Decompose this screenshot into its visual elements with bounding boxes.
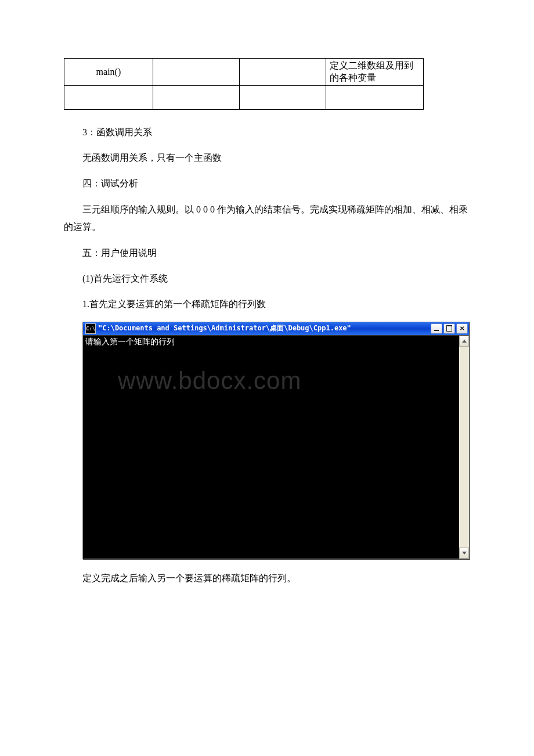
maximize-button[interactable] bbox=[443, 323, 455, 334]
scroll-track[interactable] bbox=[459, 347, 469, 548]
paragraph: 1.首先定义要运算的第一个稀疏矩阵的行列数 bbox=[64, 296, 470, 313]
scroll-down-button[interactable] bbox=[459, 548, 469, 559]
scroll-up-button[interactable] bbox=[459, 336, 469, 347]
paragraph: 三元组顺序的输入规则。以 0 0 0 作为输入的结束信号。完成实现稀疏矩阵的相加… bbox=[45, 201, 470, 236]
cell-desc: 定义二维数组及用到的各种变量 bbox=[326, 59, 423, 86]
table-row bbox=[64, 85, 424, 109]
paragraph: 四：调试分析 bbox=[64, 175, 470, 192]
console-window: C:\ "C:\Documents and Settings\Administr… bbox=[82, 322, 470, 559]
paragraph: (1)首先运行文件系统 bbox=[64, 270, 470, 287]
cell-main: main() bbox=[64, 59, 153, 86]
cell bbox=[239, 59, 326, 86]
table-row: main() 定义二维数组及用到的各种变量 bbox=[64, 59, 424, 86]
watermark: www.bdocx.com bbox=[118, 367, 301, 395]
console-client[interactable]: 请输入第一个矩阵的行列 www.bdocx.com bbox=[83, 336, 459, 559]
info-table: main() 定义二维数组及用到的各种变量 bbox=[64, 58, 424, 110]
minimize-button[interactable] bbox=[431, 323, 442, 334]
close-icon: ✕ bbox=[460, 326, 464, 332]
titlebar: C:\ "C:\Documents and Settings\Administr… bbox=[83, 322, 469, 335]
chevron-down-icon bbox=[462, 552, 467, 555]
cell bbox=[153, 85, 239, 109]
paragraph: 无函数调用关系，只有一个主函数 bbox=[64, 149, 470, 167]
window-title: "C:\Documents and Settings\Administrator… bbox=[98, 323, 431, 333]
cell bbox=[153, 59, 239, 86]
paragraph: 五：用户使用说明 bbox=[64, 244, 470, 262]
cmd-icon: C:\ bbox=[85, 323, 96, 334]
close-button[interactable]: ✕ bbox=[456, 323, 468, 334]
paragraph: 定义完成之后输入另一个要运算的稀疏矩阵的行列。 bbox=[64, 570, 470, 587]
paragraph: 3：函数调用关系 bbox=[64, 124, 470, 141]
console-output: 请输入第一个矩阵的行列 bbox=[85, 337, 457, 347]
cell bbox=[326, 85, 423, 109]
chevron-up-icon bbox=[462, 340, 467, 343]
cell bbox=[64, 85, 153, 109]
vertical-scrollbar[interactable] bbox=[459, 336, 469, 559]
maximize-icon bbox=[446, 325, 452, 332]
cell bbox=[239, 85, 326, 109]
minimize-icon bbox=[434, 330, 439, 331]
